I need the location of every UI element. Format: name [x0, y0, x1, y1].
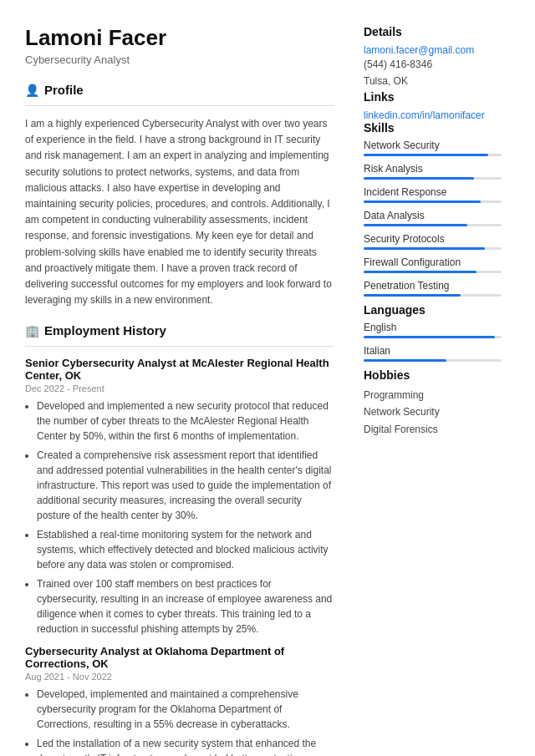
candidate-name: Lamoni Facer: [25, 25, 334, 51]
languages-section: Languages English Italian: [364, 303, 502, 362]
skill-5: Security Protocols: [364, 233, 502, 250]
skill-5-bar-bg: [364, 247, 502, 250]
language-2-bar-fill: [364, 359, 446, 362]
job-2-bullet-1: Developed, implemented and maintained a …: [37, 687, 334, 732]
profile-divider: [25, 105, 334, 106]
skill-3-bar-bg: [364, 200, 502, 203]
skill-5-name: Security Protocols: [364, 233, 502, 245]
details-phone: (544) 416-8346: [364, 56, 502, 73]
skills-section: Skills Network Security Risk Analysis In…: [364, 121, 502, 297]
details-location: Tulsa, OK: [364, 73, 502, 89]
job-1: Senior Cybersecurity Analyst at McAleste…: [25, 357, 334, 637]
profile-text: I am a highly experienced Cybersecurity …: [25, 116, 334, 308]
job-1-bullet-2: Created a comprehensive risk assessment …: [37, 448, 334, 523]
skill-2: Risk Analysis: [364, 163, 502, 180]
linkedin-link[interactable]: linkedin.com/in/lamonifacer: [364, 109, 485, 121]
job-1-bullets: Developed and implemented a new security…: [25, 398, 334, 637]
skill-5-bar-fill: [364, 247, 485, 250]
profile-section: 👤 Profile I am a highly experienced Cybe…: [25, 83, 334, 308]
hobby-2: Network Security: [364, 403, 502, 420]
skill-3: Incident Response: [364, 186, 502, 203]
job-2-bullet-2: Led the installation of a new security s…: [37, 736, 334, 756]
links-title: Links: [364, 90, 502, 104]
skill-2-name: Risk Analysis: [364, 163, 502, 175]
employment-section-title: 🏢 Employment History: [25, 323, 334, 337]
skill-3-bar-fill: [364, 200, 481, 203]
hobby-1: Programming: [364, 387, 502, 403]
language-2: Italian: [364, 345, 502, 362]
employment-divider: [25, 346, 334, 347]
job-1-bullet-1: Developed and implemented a new security…: [37, 398, 334, 444]
skill-6-name: Firewall Configuration: [364, 256, 502, 268]
job-2-dates: Aug 2021 - Nov 2022: [25, 672, 334, 682]
candidate-title: Cybersecurity Analyst: [25, 53, 334, 66]
skill-2-bar-fill: [364, 177, 474, 180]
job-2-bullets: Developed, implemented and maintained a …: [25, 687, 334, 756]
language-1: English: [364, 322, 502, 338]
email-link[interactable]: lamoni.facer@gmail.com: [364, 44, 474, 56]
language-2-bar-bg: [364, 359, 502, 362]
details-section: Details lamoni.facer@gmail.com (544) 416…: [364, 25, 502, 90]
skill-7: Penetration Testing: [364, 280, 502, 297]
employment-icon: 🏢: [25, 324, 39, 337]
language-2-name: Italian: [364, 345, 502, 357]
skill-6-bar-fill: [364, 271, 476, 273]
skill-1-bar-bg: [364, 154, 502, 156]
skill-4-bar-fill: [364, 224, 467, 226]
details-title: Details: [364, 25, 502, 38]
skill-4-name: Data Analysis: [364, 210, 502, 221]
profile-icon: 👤: [25, 84, 39, 97]
language-1-bar-bg: [364, 336, 502, 338]
job-1-bullet-3: Established a real-time monitoring syste…: [37, 527, 334, 572]
job-2: Cybersecurity Analyst at Oklahoma Depart…: [25, 645, 334, 756]
job-1-title: Senior Cybersecurity Analyst at McAleste…: [25, 357, 334, 382]
skill-1-bar-fill: [364, 154, 488, 156]
hobbies-title: Hobbies: [364, 368, 502, 382]
skill-1-name: Network Security: [364, 140, 502, 151]
skill-3-name: Incident Response: [364, 186, 502, 198]
skill-6: Firewall Configuration: [364, 256, 502, 273]
language-1-bar-fill: [364, 336, 495, 338]
skill-7-bar-fill: [364, 294, 461, 297]
skill-7-name: Penetration Testing: [364, 280, 502, 292]
skill-6-bar-bg: [364, 271, 502, 273]
job-1-dates: Dec 2022 - Present: [25, 383, 334, 393]
skill-1: Network Security: [364, 140, 502, 156]
job-1-bullet-4: Trained over 100 staff members on best p…: [37, 576, 334, 637]
language-1-name: English: [364, 322, 502, 333]
job-2-title: Cybersecurity Analyst at Oklahoma Depart…: [25, 645, 334, 670]
skills-title: Skills: [364, 121, 502, 134]
languages-title: Languages: [364, 303, 502, 317]
skill-2-bar-bg: [364, 177, 502, 180]
skill-7-bar-bg: [364, 294, 502, 297]
hobby-3: Digital Forensics: [364, 421, 502, 438]
links-section: Links linkedin.com/in/lamonifacer: [364, 90, 502, 121]
skill-4-bar-bg: [364, 224, 502, 226]
profile-section-title: 👤 Profile: [25, 83, 334, 97]
hobbies-section: Hobbies Programming Network Security Dig…: [364, 368, 502, 438]
skill-4: Data Analysis: [364, 210, 502, 226]
employment-section: 🏢 Employment History Senior Cybersecurit…: [25, 323, 334, 756]
